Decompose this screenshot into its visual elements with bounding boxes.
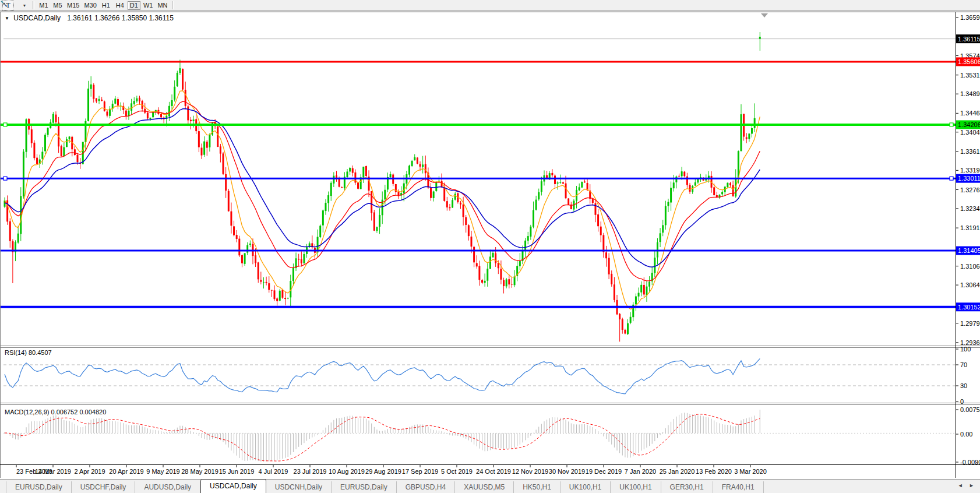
tab-uk100-h1[interactable]: UK100,H1 — [560, 481, 611, 493]
candle-body — [179, 68, 181, 73]
candle-body — [622, 319, 623, 330]
collapse-triangle-icon[interactable]: ▼ — [5, 16, 9, 21]
candle-body — [559, 182, 561, 183]
candle-body — [535, 200, 537, 210]
macd-bar — [55, 415, 56, 434]
candle-body — [98, 99, 100, 101]
candle-body — [200, 147, 202, 155]
macd-bar — [703, 416, 704, 433]
candle-body — [90, 84, 92, 89]
macd-bar — [118, 422, 118, 434]
macd-bar — [252, 433, 253, 460]
candle-body — [236, 235, 238, 239]
tab-eurusd-daily[interactable]: EURUSD,Daily — [332, 481, 397, 493]
chart-shift-marker-icon[interactable] — [761, 13, 768, 17]
macd-bar — [134, 425, 135, 434]
candle-body — [198, 131, 200, 147]
macd-bar — [741, 420, 741, 433]
candle-body — [193, 119, 195, 121]
time-axis-label: 2 Apr 2019 — [74, 468, 105, 475]
tab-audusd-daily[interactable]: AUDUSD,Daily — [135, 481, 200, 493]
macd-bar — [231, 433, 231, 450]
time-axis-label: 12 Nov 2019 — [512, 468, 548, 475]
tab-usdcnh-daily[interactable]: USDCNH,Daily — [266, 481, 332, 493]
price-chart-canvas[interactable]: 1.365901.357401.353101.348901.344601.340… — [0, 0, 980, 493]
price-axis-label: 1.32340 — [960, 205, 980, 212]
tab-gbpusd-h4[interactable]: GBPUSD,H4 — [397, 481, 455, 493]
macd-bar — [735, 426, 736, 433]
macd-bar — [714, 420, 714, 433]
macd-bar — [760, 410, 760, 433]
macd-bar — [320, 433, 320, 434]
tab-fra40-h1[interactable]: FRA40,H1 — [713, 481, 764, 493]
time-axis-label: 24 Oct 2019 — [476, 468, 511, 475]
macd-bar — [64, 420, 64, 434]
candle-body — [249, 244, 251, 245]
line-handle[interactable] — [950, 177, 953, 180]
candle-body — [47, 128, 49, 135]
macd-bar — [449, 433, 450, 435]
line-handle[interactable] — [3, 177, 7, 180]
candle-body — [131, 103, 132, 111]
macd-bar — [350, 415, 350, 433]
time-axis-label: 19 Dec 2019 — [586, 468, 622, 475]
candle-body — [117, 99, 119, 105]
macd-bar — [136, 425, 137, 434]
macd-bar — [684, 413, 685, 433]
tab-xauusd-m5[interactable]: XAUUSD,M5 — [455, 481, 514, 493]
candle-body — [228, 191, 230, 212]
rsi-line — [5, 358, 760, 394]
tab-usdcad-daily[interactable]: USDCAD,Daily — [200, 479, 266, 493]
candle-body — [538, 192, 540, 199]
tab-scroll-right-icon[interactable]: ► — [969, 483, 977, 488]
tab-scroll-left-icon[interactable]: ◄ — [958, 483, 965, 488]
candle-body — [66, 139, 68, 147]
macd-bar — [126, 424, 126, 433]
candle-body — [182, 69, 184, 90]
line-handle[interactable] — [950, 123, 953, 126]
candle-body — [562, 182, 564, 184]
tab-ger30-h1[interactable]: GER30,H1 — [661, 481, 713, 493]
tab-eurusd-daily[interactable]: EURUSD,Daily — [6, 481, 72, 493]
macd-bar — [37, 421, 37, 434]
candle-body — [683, 172, 685, 177]
line-handle[interactable] — [3, 123, 7, 126]
price-axis-label: 1.31910 — [960, 224, 980, 231]
time-axis-label: 3 Mar 2020 — [734, 468, 767, 475]
macd-bar — [549, 418, 550, 434]
tab-scroll-arrows[interactable]: ◄ ► — [958, 483, 977, 488]
candle-body — [541, 181, 542, 192]
candle-body — [638, 293, 640, 296]
chart-title-symbol: USDCAD,Daily — [13, 14, 61, 22]
macd-bar — [245, 433, 245, 461]
macd-bar — [641, 433, 641, 450]
candle-body — [322, 210, 324, 226]
macd-bar — [352, 416, 353, 434]
candle-body — [352, 168, 354, 173]
candle-body — [732, 185, 734, 196]
tab-uk100-h1[interactable]: UK100,H1 — [611, 481, 661, 493]
candle-body — [681, 171, 683, 176]
macd-bar — [541, 424, 542, 433]
price-axis-label: 1.32760 — [960, 186, 980, 193]
candle-body — [713, 187, 715, 195]
candle-body — [17, 234, 19, 243]
price-axis-label: 1.33190 — [960, 167, 980, 174]
macd-bar — [379, 431, 380, 433]
candle-body — [390, 174, 392, 177]
price-badge-label: 1.33011 — [958, 175, 980, 182]
macd-bar — [172, 431, 172, 433]
candle-body — [365, 166, 367, 176]
price-axis-label: 1.31060 — [960, 263, 980, 270]
macd-bar — [533, 433, 534, 434]
time-axis-label: 25 Jan 2020 — [660, 468, 695, 475]
tab-usdchf-daily[interactable]: USDCHF,Daily — [72, 481, 136, 493]
macd-bar — [290, 433, 291, 455]
macd-bar — [425, 425, 426, 434]
macd-bar — [500, 433, 501, 448]
macd-bar — [69, 421, 70, 434]
candle-body — [287, 298, 289, 298]
tab-hk50-h1[interactable]: HK50,H1 — [514, 481, 560, 493]
macd-bar — [150, 429, 151, 434]
macd-bar — [193, 432, 194, 433]
